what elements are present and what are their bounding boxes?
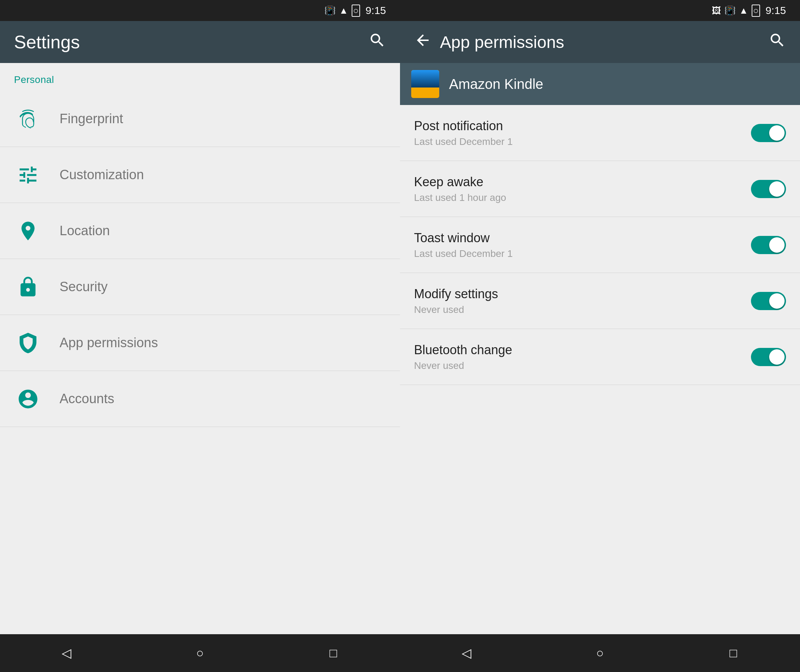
battery-icon: ○ <box>352 5 360 17</box>
nav-bar-right: ◁ ○ □ <box>400 634 800 672</box>
settings-item-app-permissions[interactable]: App permissions <box>0 315 400 371</box>
location-label: Location <box>59 223 110 238</box>
nav-bar-left: ◁ ○ □ <box>0 634 400 672</box>
permission-item-toast-window: Toast window Last used December 1 <box>400 217 800 273</box>
security-label: Security <box>59 279 107 294</box>
permission-list: Post notification Last used December 1 K… <box>400 105 800 634</box>
app-permissions-icon <box>14 329 42 357</box>
toggle-container-toast-window <box>751 236 786 254</box>
back-button-left[interactable]: ◁ <box>53 639 80 667</box>
page-title-left: Settings <box>14 32 80 53</box>
permission-item-post-notification: Post notification Last used December 1 <box>400 105 800 161</box>
recent-button-left[interactable]: □ <box>319 639 348 667</box>
page-title-right: App permissions <box>440 32 768 52</box>
security-icon <box>14 273 42 301</box>
time-left: 9:15 <box>366 5 386 16</box>
toggle-container-keep-awake <box>751 180 786 198</box>
back-icon-right[interactable] <box>414 32 431 53</box>
app-header: kindle Amazon Kindle <box>400 63 800 105</box>
permission-title-keep-awake: Keep awake <box>414 174 751 189</box>
permission-subtitle-bluetooth-change: Never used <box>414 360 751 371</box>
toggle-container-post-notification <box>751 124 786 142</box>
location-icon <box>14 217 42 245</box>
settings-list: Fingerprint Customization Location <box>0 91 400 634</box>
permission-info-bluetooth-change: Bluetooth change Never used <box>414 342 751 371</box>
permission-title-bluetooth-change: Bluetooth change <box>414 342 751 357</box>
fingerprint-icon <box>14 105 42 133</box>
left-panel: 📳 ▲ ○ 9:15 Settings Personal Fing <box>0 0 400 672</box>
search-icon-left[interactable] <box>369 32 386 53</box>
permission-title-post-notification: Post notification <box>414 118 751 133</box>
battery-icon-right: ○ <box>752 5 760 17</box>
permission-subtitle-toast-window: Last used December 1 <box>414 248 751 259</box>
top-bar-right: App permissions <box>400 21 800 63</box>
app-permissions-label: App permissions <box>59 335 158 350</box>
status-bar-left: 📳 ▲ ○ 9:15 <box>0 0 400 21</box>
home-button-left[interactable]: ○ <box>186 639 214 667</box>
toggle-keep-awake[interactable] <box>751 180 786 198</box>
permission-item-keep-awake: Keep awake Last used 1 hour ago <box>400 161 800 217</box>
toggle-toast-window[interactable] <box>751 236 786 254</box>
permission-info-keep-awake: Keep awake Last used 1 hour ago <box>414 174 751 203</box>
permission-info-post-notification: Post notification Last used December 1 <box>414 118 751 147</box>
home-button-right[interactable]: ○ <box>586 639 614 667</box>
top-bar-left: Settings <box>0 21 400 63</box>
right-panel: 🖼 📳 ▲ ○ 9:15 App permissions kindle Amaz… <box>400 0 800 672</box>
app-name: Amazon Kindle <box>449 76 543 92</box>
image-icon: 🖼 <box>712 5 721 16</box>
vibrate-icon-right: 📳 <box>724 5 736 16</box>
recent-button-right[interactable]: □ <box>720 639 747 667</box>
section-header-personal: Personal <box>0 63 400 91</box>
accounts-icon <box>14 385 42 413</box>
customization-icon <box>14 161 42 189</box>
status-bar-right: 🖼 📳 ▲ ○ 9:15 <box>400 0 800 21</box>
fingerprint-label: Fingerprint <box>59 111 123 126</box>
permission-item-bluetooth-change: Bluetooth change Never used <box>400 329 800 385</box>
signal-icon: ▲ <box>339 5 348 16</box>
toggle-bluetooth-change[interactable] <box>751 348 786 366</box>
kindle-app-icon: kindle <box>411 70 439 98</box>
status-icons-right: 🖼 📳 ▲ ○ <box>712 5 760 17</box>
toggle-container-modify-settings <box>751 292 786 310</box>
settings-item-location[interactable]: Location <box>0 203 400 259</box>
search-icon-right[interactable] <box>768 32 786 53</box>
toggle-modify-settings[interactable] <box>751 292 786 310</box>
status-icons-left: 📳 ▲ ○ <box>324 5 360 17</box>
customization-label: Customization <box>59 167 144 182</box>
accounts-label: Accounts <box>59 391 114 406</box>
permission-info-modify-settings: Modify settings Never used <box>414 286 751 315</box>
permission-subtitle-post-notification: Last used December 1 <box>414 136 751 147</box>
toggle-container-bluetooth-change <box>751 348 786 366</box>
permission-title-toast-window: Toast window <box>414 230 751 245</box>
permission-title-modify-settings: Modify settings <box>414 286 751 301</box>
permission-info-toast-window: Toast window Last used December 1 <box>414 230 751 259</box>
settings-item-fingerprint[interactable]: Fingerprint <box>0 91 400 147</box>
permission-item-modify-settings: Modify settings Never used <box>400 273 800 329</box>
time-right: 9:15 <box>766 5 786 16</box>
settings-item-security[interactable]: Security <box>0 259 400 315</box>
toggle-post-notification[interactable] <box>751 124 786 142</box>
back-button-right[interactable]: ◁ <box>452 639 481 667</box>
permission-subtitle-keep-awake: Last used 1 hour ago <box>414 192 751 203</box>
settings-item-accounts[interactable]: Accounts <box>0 371 400 427</box>
vibrate-icon: 📳 <box>324 5 335 16</box>
settings-item-customization[interactable]: Customization <box>0 147 400 203</box>
signal-icon-right: ▲ <box>739 5 748 16</box>
permission-subtitle-modify-settings: Never used <box>414 304 751 315</box>
